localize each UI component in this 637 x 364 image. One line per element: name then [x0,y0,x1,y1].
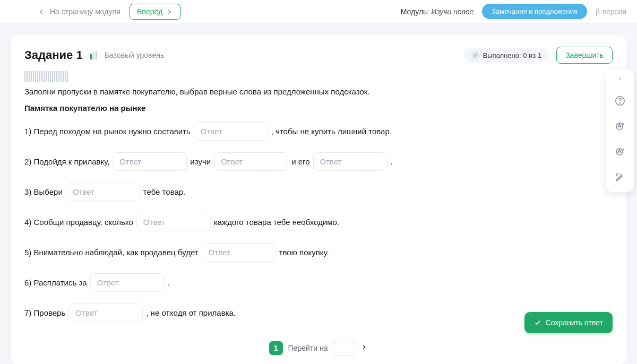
task-line-3: 3) Выбери тебе товар. [24,183,613,201]
collapse-toolbar-button[interactable] [609,72,631,85]
side-toolbar [606,69,634,192]
help-button[interactable] [609,89,631,112]
font-increase-button[interactable] [609,115,631,138]
help-icon [614,95,626,107]
font-plus-icon [614,120,626,133]
back-label: На страницу модуля [50,7,120,16]
back-to-module-link[interactable]: На страницу модуля [37,7,120,16]
check-icon [534,319,541,326]
answer-input-5[interactable] [202,243,276,262]
edit-icon [614,171,626,183]
answer-input-6[interactable] [90,273,165,292]
task-instruction: Заполни пропуски в памятке покупателю, в… [24,87,613,96]
arrow-left-icon [37,7,46,16]
answer-input-1[interactable] [194,122,268,141]
font-minus-icon [614,145,626,158]
current-page[interactable]: 1 [269,341,283,355]
check-icon: ✓ [471,51,480,59]
answer-input-4[interactable] [136,213,211,231]
task-line-6: 6) Расплатись за . [24,273,613,292]
edit-button[interactable] [609,166,631,189]
forward-label: Вперёд [137,7,162,16]
level-label: Базовый уровень [105,51,165,59]
task-line-2: 2) Подойдя к прилавку, изучи и его . [24,152,613,171]
save-answer-button[interactable]: Сохранить ответ [524,312,613,333]
beta-badge: β-версия [596,7,626,16]
arrow-right-icon [166,8,173,15]
chevron-right-icon [360,343,368,351]
pagination: 1 Перейти на [24,335,613,356]
font-decrease-button[interactable] [609,140,631,163]
goto-label: Перейти на [288,344,328,352]
barcode-decoration [24,71,69,82]
answer-input-2a[interactable] [113,152,187,171]
module-breadcrumb: Модуль: Изучи новое [401,7,474,16]
top-nav-bar: На страницу модуля Вперёд Модуль: Изучи … [0,0,637,23]
finish-button[interactable]: Завершить [556,47,613,64]
progress-status: ✓ Выполнено: 0 из 1 [464,48,549,63]
forward-button[interactable]: Вперёд [129,4,181,20]
feedback-button[interactable]: Замечания и предложения [482,4,587,19]
answer-input-2b[interactable] [214,152,288,171]
task-header: Задание 1 Базовый уровень ✓ Выполнено: 0… [24,47,613,64]
next-page-button[interactable] [360,343,368,353]
svg-point-1 [619,102,620,103]
task-card: Задание 1 Базовый уровень ✓ Выполнено: 0… [11,35,626,364]
level-icon [90,51,97,59]
task-content: 1) Перед походом на рынок нужно составит… [24,122,613,335]
answer-input-7[interactable] [68,304,143,322]
goto-page-input[interactable] [333,341,355,356]
task-line-1: 1) Перед походом на рынок нужно составит… [24,122,613,141]
task-line-4: 4) Сообщи продавцу, сколько каждого това… [24,213,613,231]
chevron-left-icon [617,75,623,82]
task-subtitle: Памятка покупателю на рынке [24,103,613,112]
task-line-5: 5) Внимательно наблюдай, как продавец бу… [24,243,613,262]
answer-input-3[interactable] [66,183,140,201]
task-title: Задание 1 [24,48,83,62]
answer-input-2c[interactable] [313,152,388,171]
